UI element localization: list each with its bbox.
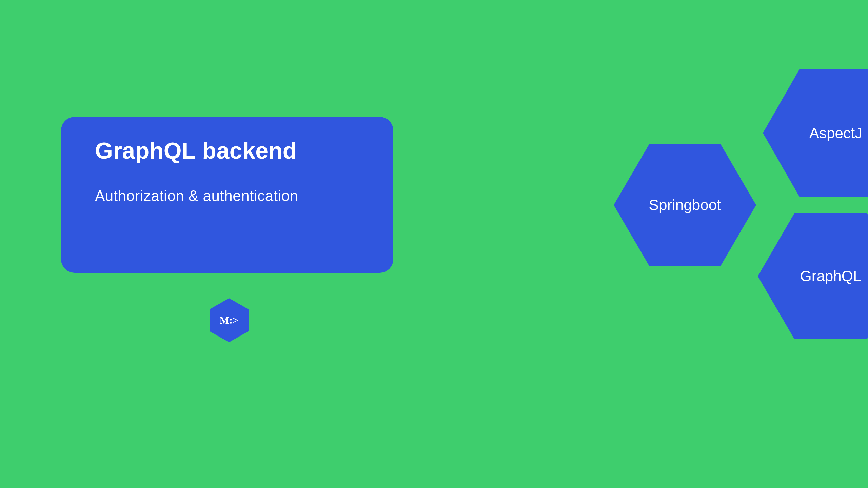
hexagon-label: GraphQL [800, 268, 862, 285]
card-title: GraphQL backend [95, 137, 359, 164]
hexagon-label: Springboot [649, 197, 721, 214]
card-subtitle: Authorization & authentication [95, 187, 359, 204]
hexagon-aspectj: AspectJ [763, 69, 868, 197]
hexagon-graphql: GraphQL [758, 214, 868, 339]
logo-badge: M:> [210, 298, 249, 342]
title-card: GraphQL backend Authorization & authenti… [61, 117, 393, 273]
hexagon-label: AspectJ [809, 125, 863, 142]
logo-text: M:> [220, 314, 238, 326]
hexagon-springboot: Springboot [614, 144, 756, 266]
